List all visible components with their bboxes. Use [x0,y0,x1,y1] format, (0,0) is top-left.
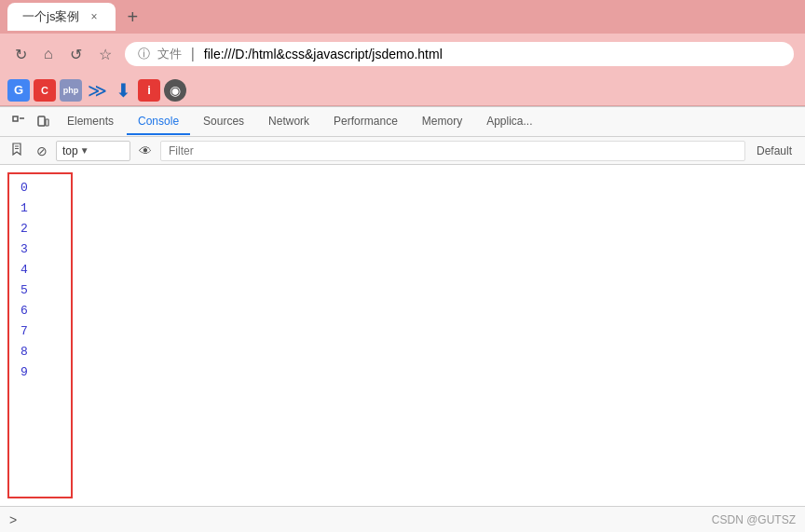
eye-icon[interactable]: 👁 [134,142,157,160]
browser-chrome: 一个js案例 × + ↻ ⌂ ↺ ☆ ⓘ 文件 | file:///D:/htm… [0,0,805,106]
device-toolbar-button[interactable] [32,113,54,131]
tab-elements[interactable]: Elements [56,109,125,135]
svg-rect-2 [38,116,45,126]
bookmark-php[interactable]: php [60,79,82,102]
dropdown-arrow-icon: ▼ [80,145,89,156]
address-url: file:///D:/html&css&javascript/jsdemo.ht… [204,47,443,61]
console-prompt[interactable]: > [9,512,17,527]
inspect-element-button[interactable] [7,113,30,131]
tab-application[interactable]: Applica... [475,109,543,135]
line-number: 6 [20,301,60,321]
context-value: top [62,144,78,157]
bookmark-button[interactable]: ☆ [95,44,116,65]
address-separator: | [191,46,195,62]
console-content: 0123456789 [0,165,805,506]
default-label: Default [749,144,799,157]
bookmark-i[interactable]: i [138,79,160,102]
line-numbers-box: 0123456789 [7,172,73,498]
tab-close-button[interactable]: × [87,8,101,25]
line-number: 9 [20,362,60,383]
tab-bar: 一个js案例 × + [0,0,805,34]
new-tab-button[interactable]: + [119,7,145,26]
clear-console-button[interactable] [6,141,28,160]
address-input[interactable]: ⓘ 文件 | file:///D:/html&css&javascript/js… [125,42,794,66]
bookmark-round[interactable]: ◉ [164,79,186,102]
line-number: 2 [20,219,60,239]
bookmarks-bar: G C php ≫ ⬇ i ◉ [0,75,805,106]
file-label: 文件 [157,46,182,62]
devtools-tab-bar: Elements Console Sources Network Perform… [0,107,805,137]
bookmark-c[interactable]: C [34,79,56,102]
home-button[interactable]: ⌂ [40,44,57,64]
tab-memory[interactable]: Memory [411,109,473,135]
devtools-panel: Elements Console Sources Network Perform… [0,106,805,532]
devtools-footer: > CSDN @GUTSZ [0,506,805,532]
info-icon: ⓘ [138,46,150,62]
console-main [80,165,805,506]
bookmark-arrows1[interactable]: ≫ [86,79,108,102]
tab-console[interactable]: Console [127,109,190,135]
line-number: 3 [20,239,60,260]
console-toolbar: ⊘ top ▼ 👁 Default [0,137,805,165]
svg-rect-0 [13,116,18,121]
address-bar: ↻ ⌂ ↺ ☆ ⓘ 文件 | file:///D:/html&css&javas… [0,34,805,75]
active-tab[interactable]: 一个js案例 × [7,3,116,31]
context-selector[interactable]: top ▼ [56,141,130,161]
line-number: 4 [20,260,60,280]
bookmark-g[interactable]: G [7,79,30,102]
line-number: 0 [20,178,60,198]
line-number: 7 [20,321,60,342]
svg-rect-3 [46,119,48,126]
refresh-button[interactable]: ↻ [11,44,31,65]
tab-performance[interactable]: Performance [322,109,409,135]
tab-sources[interactable]: Sources [192,109,255,135]
stop-button[interactable]: ⊘ [32,142,52,160]
tab-network[interactable]: Network [257,109,321,135]
back-button[interactable]: ↺ [66,44,86,65]
tab-title: 一个js案例 [22,8,79,25]
line-number: 8 [20,342,60,362]
bookmark-arrows2[interactable]: ⬇ [112,79,134,102]
line-number: 5 [20,280,60,301]
line-number: 1 [20,198,60,219]
filter-input[interactable] [160,141,745,161]
watermark: CSDN @GUTSZ [712,513,796,526]
